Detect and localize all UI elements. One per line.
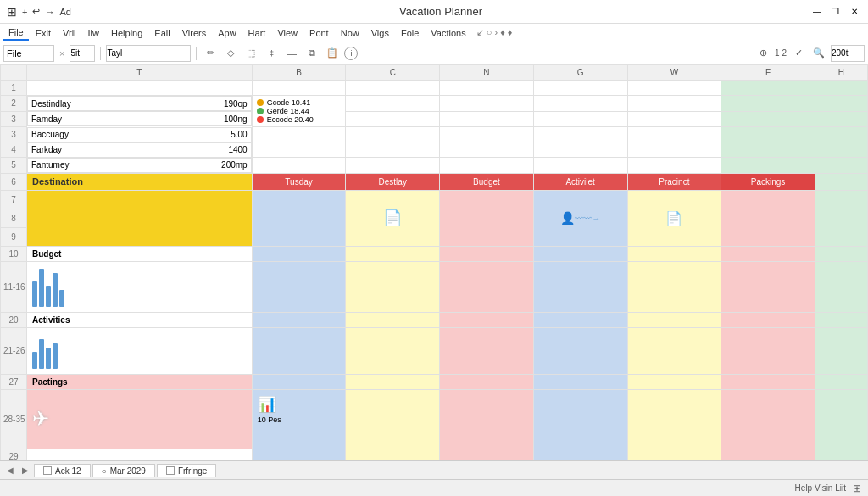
cell-C2[interactable] [346, 96, 440, 112]
tb-more1[interactable]: ‡ [263, 45, 280, 62]
menu-virers[interactable]: Virers [177, 26, 212, 40]
cell-B-act-mid[interactable] [252, 327, 346, 374]
cell-C-pack-top[interactable] [346, 374, 440, 389]
cell-F4[interactable] [721, 142, 815, 158]
shape-btn[interactable]: ◇ [222, 45, 239, 62]
menu-vril[interactable]: Vril [58, 26, 81, 40]
cell-N1[interactable] [440, 81, 534, 96]
cell-C3b[interactable] [346, 127, 440, 142]
cell-C5[interactable] [346, 158, 440, 174]
cell-T1[interactable] [26, 81, 252, 96]
cell-F-budget-mid[interactable] [721, 261, 815, 312]
cell-B1[interactable] [252, 81, 346, 96]
undo-btn[interactable]: ↩ [32, 6, 40, 17]
redo-btn[interactable]: → [45, 7, 54, 17]
cell-C3[interactable] [346, 111, 440, 126]
cell-H-budget-mid[interactable] [815, 261, 867, 312]
cell-F-budget-top[interactable] [721, 246, 815, 261]
cell-B-last1[interactable] [252, 449, 346, 460]
sheet-nav-right[interactable]: ▶ [19, 464, 32, 477]
cell-H2[interactable] [815, 96, 867, 112]
cell-C4[interactable] [346, 142, 440, 158]
cell-C-pack-content[interactable] [346, 389, 440, 449]
minimize-btn[interactable]: — [810, 5, 824, 19]
cell-F5[interactable] [721, 158, 815, 174]
name-box[interactable] [3, 45, 54, 62]
menu-vigs[interactable]: Vigs [366, 26, 394, 40]
cell-N3[interactable] [440, 111, 534, 126]
cell-G5[interactable] [533, 158, 627, 174]
sheet-nav-left[interactable]: ◀ [3, 464, 17, 477]
cell-B-budget-mid[interactable] [252, 261, 346, 312]
cell-H4[interactable] [815, 142, 867, 158]
cell-dest-F7[interactable] [721, 190, 815, 246]
cell-B3b[interactable] [252, 127, 346, 142]
cell-dest-W7[interactable]: 📄 [627, 190, 721, 246]
font-size-input[interactable] [70, 45, 95, 62]
paste-btn[interactable]: 📋 [324, 45, 341, 62]
cell-F-act-mid[interactable] [721, 327, 815, 374]
menu-exit[interactable]: Exit [31, 26, 56, 40]
menu-apw[interactable]: Apw [213, 26, 241, 40]
menu-view[interactable]: View [272, 26, 303, 40]
cell-G4[interactable] [533, 142, 627, 158]
cell-G1[interactable] [533, 81, 627, 96]
font-name-input[interactable] [106, 45, 191, 62]
cell-destination-header[interactable]: Destination [26, 173, 252, 190]
menu-helping[interactable]: Helping [106, 26, 147, 40]
cell-T2[interactable]: Destindlay 190op [27, 96, 252, 111]
cell-W-last1[interactable] [627, 449, 721, 460]
cell-G-last1[interactable] [533, 449, 627, 460]
cell-F3b[interactable] [721, 127, 815, 142]
cell-F1[interactable] [721, 81, 815, 96]
cell-T3b[interactable]: Baccuagy 5.00 [27, 127, 252, 142]
cell-W-budget-top[interactable] [627, 246, 721, 261]
cell-C-act-top[interactable] [346, 312, 440, 327]
cell-B-pack-content[interactable]: 📊 10 Pes [252, 389, 346, 449]
cell-H3[interactable] [815, 111, 867, 126]
col-header-budget[interactable]: Budget [440, 173, 534, 190]
check-btn[interactable]: ✓ [790, 45, 807, 62]
select-btn[interactable]: ⬚ [242, 45, 259, 62]
cell-F-pack-content[interactable] [721, 389, 815, 449]
cell-W-pack-top[interactable] [627, 374, 721, 389]
cell-budget-label[interactable]: Budget [26, 246, 252, 261]
cell-N3b[interactable] [440, 127, 534, 142]
cell-F-pack-top[interactable] [721, 374, 815, 389]
menu-vactions[interactable]: Vactions [426, 26, 470, 40]
zoom-btn[interactable]: 🔍 [810, 45, 827, 62]
cell-G3b[interactable] [533, 127, 627, 142]
info-btn[interactable]: i [344, 47, 358, 60]
cell-packings-label[interactable]: Pactings [26, 374, 252, 389]
cell-G-budget-top[interactable] [533, 246, 627, 261]
col-header-tusday[interactable]: Tusday [252, 173, 346, 190]
cell-activities-label[interactable]: Activities [26, 312, 252, 327]
cell-G-pack-content[interactable] [533, 389, 627, 449]
tb-more2[interactable]: — [283, 45, 300, 62]
menu-hart[interactable]: Hart [243, 26, 271, 40]
cell-T5[interactable]: Fantumey 200mp [27, 158, 252, 173]
cell-G2[interactable] [533, 96, 627, 112]
cell-H-pack-top[interactable] [815, 374, 867, 389]
menu-file[interactable]: File [3, 25, 29, 41]
cell-B5[interactable] [252, 158, 346, 174]
cell-N-budget-top[interactable] [440, 246, 534, 261]
cell-W3b[interactable] [627, 127, 721, 142]
cell-W-budget-mid[interactable] [627, 261, 721, 312]
cell-N2[interactable] [440, 96, 534, 112]
sheet-tab-2[interactable]: ○ Mar 2029 [92, 464, 155, 477]
cell-W4[interactable] [627, 142, 721, 158]
cell-H6[interactable] [815, 173, 867, 190]
cell-W5[interactable] [627, 158, 721, 174]
search-btn[interactable]: ⊕ [754, 45, 771, 62]
copy-btn[interactable]: ⧉ [303, 45, 320, 62]
cell-dest-C7[interactable]: 📄 [346, 190, 440, 246]
cell-F2[interactable] [721, 96, 815, 112]
menu-pont[interactable]: Pont [304, 26, 334, 40]
col-header-activilet[interactable]: Activilet [533, 173, 627, 190]
quick-access[interactable]: + [22, 7, 27, 17]
cell-B-pack-top[interactable] [252, 374, 346, 389]
col-header-packings[interactable]: Packings [721, 173, 815, 190]
cell-N-budget-mid[interactable] [440, 261, 534, 312]
close-btn[interactable]: ✕ [848, 5, 861, 19]
